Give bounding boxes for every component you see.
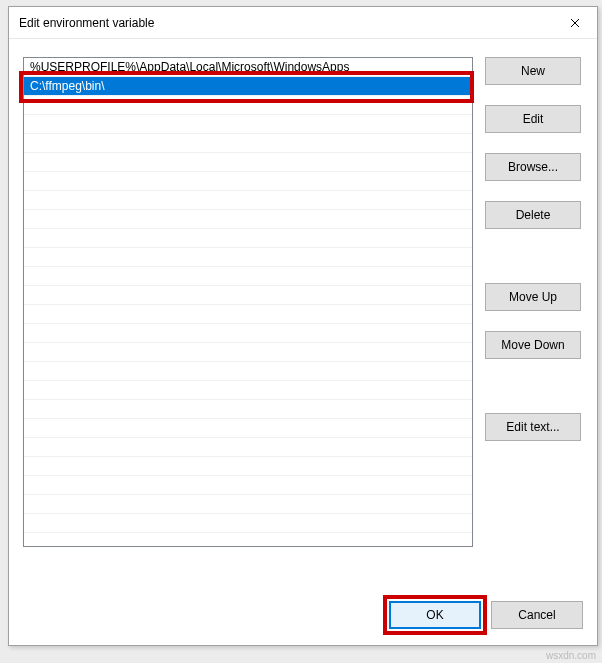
edit-button[interactable]: Edit xyxy=(485,105,581,133)
ok-button[interactable]: OK xyxy=(389,601,481,629)
close-button[interactable] xyxy=(552,8,597,38)
path-list-row-empty[interactable] xyxy=(24,286,472,305)
close-icon xyxy=(570,18,580,28)
path-list-row-empty[interactable] xyxy=(24,191,472,210)
path-list-row-empty[interactable] xyxy=(24,495,472,514)
move-down-button[interactable]: Move Down xyxy=(485,331,581,359)
path-list-row-empty[interactable] xyxy=(24,229,472,248)
delete-button[interactable]: Delete xyxy=(485,201,581,229)
edit-text-button[interactable]: Edit text... xyxy=(485,413,581,441)
path-list-row-empty[interactable] xyxy=(24,134,472,153)
path-list-row-empty[interactable] xyxy=(24,172,472,191)
browse-button[interactable]: Browse... xyxy=(485,153,581,181)
path-list-row-empty[interactable] xyxy=(24,514,472,533)
titlebar: Edit environment variable xyxy=(9,7,597,39)
path-list-row-empty[interactable] xyxy=(24,419,472,438)
button-column: New Edit Browse... Delete Move Up Move D… xyxy=(485,57,581,581)
path-list-row-empty[interactable] xyxy=(24,457,472,476)
path-list-row-empty[interactable] xyxy=(24,362,472,381)
path-listbox[interactable]: %USERPROFILE%\AppData\Local\Microsoft\Wi… xyxy=(23,57,473,547)
path-list-wrapper: %USERPROFILE%\AppData\Local\Microsoft\Wi… xyxy=(23,57,473,581)
new-button[interactable]: New xyxy=(485,57,581,85)
path-list-row-empty[interactable] xyxy=(24,476,472,495)
path-list-row-empty[interactable] xyxy=(24,324,472,343)
dialog-footer: OK Cancel xyxy=(9,591,597,645)
path-list-row-empty[interactable] xyxy=(24,305,472,324)
path-list-row-empty[interactable] xyxy=(24,153,472,172)
edit-env-var-dialog: Edit environment variable %USERPROFILE%\… xyxy=(8,6,598,646)
dialog-title: Edit environment variable xyxy=(19,16,552,30)
cancel-button[interactable]: Cancel xyxy=(491,601,583,629)
path-list-row-empty[interactable] xyxy=(24,210,472,229)
path-list-row-empty[interactable] xyxy=(24,267,472,286)
move-up-button[interactable]: Move Up xyxy=(485,283,581,311)
path-list-row-empty[interactable] xyxy=(24,343,472,362)
path-list-row-empty[interactable] xyxy=(24,248,472,267)
path-list-row-empty[interactable] xyxy=(24,438,472,457)
path-list-row-empty[interactable] xyxy=(24,400,472,419)
ok-button-wrapper: OK xyxy=(389,601,481,629)
path-list-row-empty[interactable] xyxy=(24,115,472,134)
watermark-text: wsxdn.com xyxy=(546,650,596,661)
path-list-row-empty[interactable] xyxy=(24,381,472,400)
path-list-row[interactable]: %USERPROFILE%\AppData\Local\Microsoft\Wi… xyxy=(24,58,472,77)
path-list-row[interactable]: C:\ffmpeg\bin\ xyxy=(24,77,472,96)
dialog-content: %USERPROFILE%\AppData\Local\Microsoft\Wi… xyxy=(9,39,597,591)
path-list-row-empty[interactable] xyxy=(24,96,472,115)
